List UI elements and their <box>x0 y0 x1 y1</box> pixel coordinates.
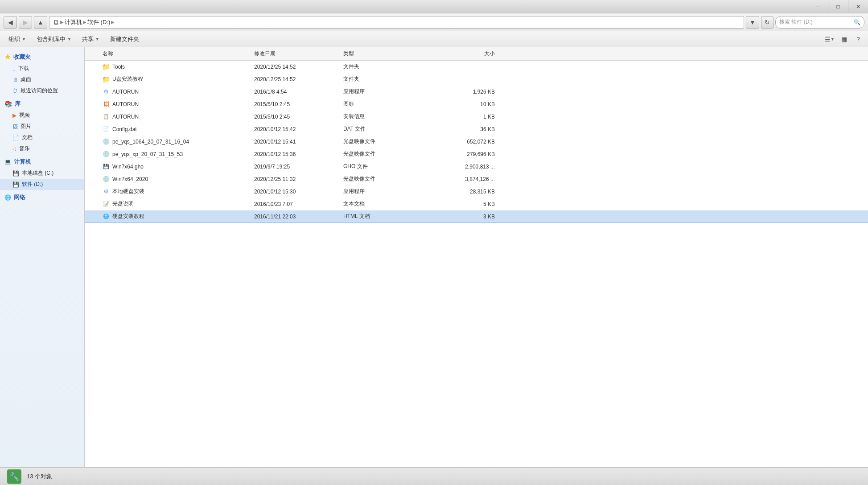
file-date-cell: 2020/12/25 14:52 <box>254 64 343 70</box>
breadcrumb-computer[interactable]: 计算机 <box>65 18 82 26</box>
toolbar-right: ☰ ▼ ▦ ? <box>823 33 864 45</box>
sidebar-item-desktop[interactable]: 🖥 桌面 <box>0 74 84 85</box>
table-row[interactable]: 📄 Config.dat 2020/10/12 15:42 DAT 文件 36 … <box>85 123 868 136</box>
file-type-cell: DAT 文件 <box>343 125 432 133</box>
file-icon: ⚙ <box>103 188 110 195</box>
file-size-cell: 36 KB <box>432 126 504 132</box>
file-name-cell: 💾 Win7x64.gho <box>85 163 254 170</box>
table-row[interactable]: 🌐 硬盘安装教程 2016/11/21 22:03 HTML 文档 3 KB <box>85 210 868 223</box>
file-size-cell: 652,072 KB <box>432 139 504 145</box>
file-date-cell: 2015/5/10 2:45 <box>254 114 343 120</box>
sidebar-item-software-d[interactable]: 💾 软件 (D:) <box>0 179 84 190</box>
file-name-text: Win7x64_2020 <box>112 176 148 182</box>
table-row[interactable]: 💿 pe_yqs_1064_20_07_31_16_04 2020/10/12 … <box>85 136 868 148</box>
file-name-text: AUTORUN <box>112 101 139 107</box>
file-size-cell: 28,315 KB <box>432 189 504 195</box>
file-type-cell: 文件夹 <box>343 75 432 83</box>
favorites-header[interactable]: ★ 收藏夹 <box>0 51 84 63</box>
file-type-cell: 光盘映像文件 <box>343 175 432 183</box>
search-box[interactable]: 搜索 软件 (D:) 🔍 <box>775 16 864 29</box>
preview-icon: ▦ <box>841 36 847 43</box>
sidebar-item-document[interactable]: 📄 文档 <box>0 132 84 143</box>
file-rows: 📁 Tools 2020/12/25 14:52 文件夹 📁 U盘安装教程 20… <box>85 61 868 223</box>
include-library-label: 包含到库中 <box>37 35 66 43</box>
table-row[interactable]: 💿 Win7x64_2020 2020/12/25 11:32 光盘映像文件 3… <box>85 173 868 185</box>
library-header[interactable]: 📚 库 <box>0 98 84 110</box>
file-name-text: U盘安装教程 <box>112 75 143 83</box>
local-c-icon: 💾 <box>12 170 19 177</box>
table-row[interactable]: 📁 U盘安装教程 2020/12/25 14:52 文件夹 <box>85 73 868 86</box>
file-type-cell: 文本文档 <box>343 200 432 208</box>
file-name-cell: 📄 Config.dat <box>85 126 254 133</box>
preview-pane-button[interactable]: ▦ <box>838 33 850 45</box>
file-name-text: AUTORUN <box>112 89 139 95</box>
file-name-cell: 🖼 AUTORUN <box>85 101 254 108</box>
file-type-cell: 文件夹 <box>343 63 432 70</box>
table-row[interactable]: 📝 光盘说明 2016/10/23 7:07 文本文档 5 KB <box>85 198 868 210</box>
table-row[interactable]: 📁 Tools 2020/12/25 14:52 文件夹 <box>85 61 868 73</box>
file-type-cell: GHO 文件 <box>343 163 432 170</box>
path-dropdown-button[interactable]: ▼ <box>746 16 759 29</box>
document-label: 文档 <box>22 134 33 141</box>
organize-button[interactable]: 组织 ▼ <box>4 33 31 45</box>
file-name-text: Tools <box>112 64 125 70</box>
help-button[interactable]: ? <box>852 33 864 45</box>
up-button[interactable]: ▲ <box>34 16 47 29</box>
file-icon: 🌐 <box>103 213 110 220</box>
file-date-cell: 2020/12/25 11:32 <box>254 176 343 182</box>
sidebar-item-local-c[interactable]: 💾 本地磁盘 (C:) <box>0 168 84 179</box>
video-label: 视频 <box>19 111 30 119</box>
breadcrumb-bar[interactable]: 🖥 ▶ 计算机 ▶ 软件 (D:) ▶ <box>49 16 744 29</box>
recent-label: 最近访问的位置 <box>21 87 58 95</box>
back-button[interactable]: ◀ <box>4 16 17 29</box>
file-date-cell: 2020/12/25 14:52 <box>254 76 343 82</box>
file-name-text: pe_yqs_xp_20_07_31_15_53 <box>112 151 183 157</box>
include-library-button[interactable]: 包含到库中 ▼ <box>32 33 76 45</box>
table-row[interactable]: 🖼 AUTORUN 2015/5/10 2:45 图标 10 KB <box>85 98 868 111</box>
computer-header[interactable]: 💻 计算机 <box>0 156 84 168</box>
col-header-size[interactable]: 大小 <box>432 50 504 58</box>
view-options-button[interactable]: ☰ ▼ <box>823 33 836 45</box>
file-size-cell: 1 KB <box>432 114 504 120</box>
table-row[interactable]: ⚙ 本地硬盘安装 2020/10/12 15:30 应用程序 28,315 KB <box>85 185 868 198</box>
minimize-button[interactable]: ─ <box>808 0 828 13</box>
col-header-type[interactable]: 类型 <box>343 50 432 58</box>
sidebar-item-video[interactable]: ▶ 视频 <box>0 110 84 121</box>
col-header-date[interactable]: 修改日期 <box>254 50 343 58</box>
file-name-cell: 🌐 硬盘安装教程 <box>85 213 254 220</box>
file-size-cell: 279,696 KB <box>432 151 504 157</box>
col-header-name[interactable]: 名称 <box>85 50 254 58</box>
table-row[interactable]: ⚙ AUTORUN 2016/1/8 4:54 应用程序 1,926 KB <box>85 86 868 98</box>
table-row[interactable]: 💿 pe_yqs_xp_20_07_31_15_53 2020/10/12 15… <box>85 148 868 160</box>
new-folder-button[interactable]: 新建文件夹 <box>105 33 144 45</box>
maximize-button[interactable]: □ <box>828 0 848 13</box>
sidebar-item-music[interactable]: ♫ 音乐 <box>0 143 84 154</box>
file-icon: 📋 <box>103 113 110 120</box>
file-icon: 📁 <box>103 63 110 70</box>
path-sep-1: ▶ <box>60 20 64 25</box>
table-row[interactable]: 📋 AUTORUN 2015/5/10 2:45 安装信息 1 KB <box>85 111 868 123</box>
share-button[interactable]: 共享 ▼ <box>77 33 104 45</box>
download-label: 下载 <box>18 65 29 72</box>
breadcrumb-drive[interactable]: 软件 (D:) <box>87 18 110 26</box>
table-row[interactable]: 💾 Win7x64.gho 2019/9/7 19:25 GHO 文件 2,90… <box>85 160 868 173</box>
include-dropdown-icon: ▼ <box>67 37 71 41</box>
help-label: ? <box>856 36 860 43</box>
status-app-icon: 🔧 <box>7 469 21 484</box>
file-date-cell: 2020/10/12 15:36 <box>254 151 343 157</box>
forward-button[interactable]: ▶ <box>19 16 32 29</box>
file-name-text: Config.dat <box>112 126 137 132</box>
sidebar-item-recent[interactable]: ⏱ 最近访问的位置 <box>0 85 84 96</box>
image-label: 图片 <box>21 123 31 130</box>
refresh-button[interactable]: ↻ <box>761 16 773 29</box>
file-name-text: AUTORUN <box>112 114 139 120</box>
sidebar-item-image[interactable]: 🖼 图片 <box>0 121 84 132</box>
network-icon: 🌐 <box>4 194 11 201</box>
file-icon: 💿 <box>103 138 110 145</box>
favorites-expand-icon: ★ <box>4 53 11 61</box>
file-icon: 💿 <box>103 176 110 183</box>
video-icon: ▶ <box>12 112 16 119</box>
network-header[interactable]: 🌐 网络 <box>0 192 84 203</box>
sidebar-item-downloads[interactable]: ↓ 下载 <box>0 63 84 74</box>
close-button[interactable]: ✕ <box>848 0 868 13</box>
